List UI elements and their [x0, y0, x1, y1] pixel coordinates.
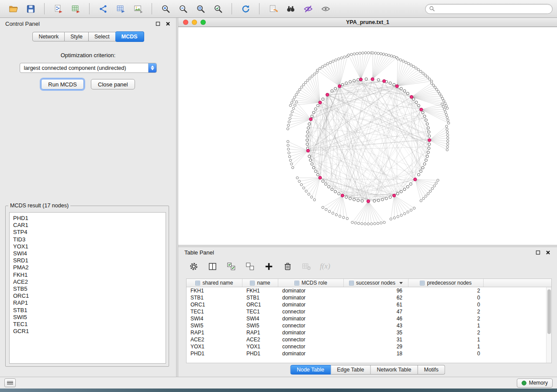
- tab-select[interactable]: Select: [89, 32, 116, 41]
- column-header-name[interactable]: name: [242, 279, 278, 287]
- clear-table-icon: [301, 261, 311, 272]
- mcds-result-item[interactable]: TEC1: [13, 321, 162, 328]
- control-panel-tabbar: NetworkStyleSelectMCDS: [32, 32, 143, 41]
- mcds-result-item[interactable]: SWI5: [13, 314, 162, 321]
- new-network-button[interactable]: [94, 1, 112, 16]
- minimize-window-button[interactable]: [192, 20, 197, 25]
- mcds-result-item[interactable]: STB5: [13, 285, 162, 292]
- table-row[interactable]: YOX1YOX1connector291: [187, 343, 551, 350]
- open-file-button[interactable]: [4, 1, 22, 16]
- mcds-result-item[interactable]: ORC1: [13, 292, 162, 299]
- new-table-icon: [116, 4, 126, 14]
- network-graph[interactable]: [178, 27, 557, 245]
- mcds-result-item[interactable]: CAR1: [13, 222, 162, 229]
- select-all-button[interactable]: [225, 261, 237, 272]
- table-cell: FKH1: [242, 288, 278, 294]
- mcds-result-item[interactable]: FKH1: [13, 272, 162, 279]
- zoom-out-button[interactable]: [174, 1, 192, 16]
- import-table-button[interactable]: [67, 1, 84, 16]
- table-row[interactable]: PHD1PHD1dominator180: [187, 350, 551, 357]
- mcds-result-item[interactable]: GCR1: [13, 328, 162, 335]
- export-image-button[interactable]: [129, 1, 147, 16]
- mcds-result-list[interactable]: PHD1CAR1STP4TID3YOX1SWI4SRD1PMA2FKH1ACE2…: [9, 212, 166, 364]
- mcds-result-item[interactable]: SRD1: [13, 257, 162, 264]
- zoom-out-icon: [178, 4, 188, 14]
- column-header-predecessor-nodes[interactable]: predecessor nodes: [408, 279, 484, 287]
- close-table-panel-icon[interactable]: [545, 250, 551, 255]
- table-row[interactable]: RAP1RAP1dominator352: [187, 329, 551, 336]
- close-panel-button[interactable]: Close panel: [91, 79, 135, 89]
- table-scrollbar-thumb[interactable]: [547, 289, 551, 334]
- memory-button[interactable]: Memory: [517, 378, 553, 388]
- show-all-icon: [321, 4, 331, 14]
- refresh-layout-button[interactable]: [237, 1, 254, 16]
- hide-selected-button[interactable]: [299, 1, 317, 16]
- tab-mcds[interactable]: MCDS: [115, 31, 144, 42]
- sort-dropdown-icon[interactable]: [399, 282, 403, 284]
- table-row[interactable]: SWI5SWI5connector431: [187, 322, 551, 329]
- search-input[interactable]: [437, 6, 549, 12]
- mcds-result-item[interactable]: YOX1: [13, 243, 162, 250]
- mcds-result-item[interactable]: STB1: [13, 307, 162, 314]
- control-panel-header: Control Panel: [0, 18, 176, 29]
- new-table-button[interactable]: [112, 1, 129, 16]
- criterion-dropdown[interactable]: largest connected component (undirected): [20, 63, 157, 73]
- zoom-selected-button[interactable]: [209, 1, 227, 16]
- tab-network-table[interactable]: Network Table: [371, 365, 418, 375]
- network-canvas[interactable]: [178, 27, 557, 245]
- float-table-panel-icon[interactable]: [535, 250, 541, 255]
- dropdown-stepper-icon[interactable]: [148, 63, 156, 72]
- tab-network[interactable]: Network: [32, 32, 65, 41]
- show-all-button[interactable]: [317, 1, 334, 16]
- network-window-titlebar[interactable]: YPA_prune.txt_1: [178, 18, 557, 27]
- toolbar-buttons: [4, 1, 334, 16]
- tab-motifs[interactable]: Motifs: [418, 365, 445, 375]
- deselect-all-button[interactable]: [244, 261, 256, 272]
- gear-button[interactable]: [188, 261, 199, 272]
- mcds-result-item[interactable]: SWI4: [13, 250, 162, 257]
- mcds-result-item[interactable]: RAP1: [13, 299, 162, 306]
- table-row[interactable]: FKH1FKH1dominator962: [187, 287, 551, 294]
- table-cell: dominator: [278, 351, 344, 357]
- delete-column-button[interactable]: [282, 261, 293, 272]
- mcds-result-item[interactable]: PMA2: [13, 264, 162, 271]
- column-header-MCDS-role[interactable]: MCDS role: [278, 279, 344, 287]
- tab-node-table[interactable]: Node Table: [290, 365, 331, 375]
- find-button[interactable]: [282, 1, 299, 16]
- zoom-in-button[interactable]: [157, 1, 174, 16]
- save-session-button[interactable]: [22, 1, 39, 16]
- table-row[interactable]: SWI4SWI4dominator462: [187, 315, 551, 322]
- add-column-button[interactable]: [263, 261, 274, 272]
- maximize-window-button[interactable]: [201, 20, 206, 25]
- search-field[interactable]: [425, 4, 553, 14]
- table-cell: SWI5: [242, 323, 278, 329]
- float-panel-icon[interactable]: [155, 21, 161, 27]
- tab-edge-table[interactable]: Edge Table: [331, 365, 370, 375]
- panel-columns-button[interactable]: [207, 261, 218, 272]
- mcds-result-item[interactable]: STP4: [13, 229, 162, 236]
- table-row[interactable]: ORC1ORC1dominator610: [187, 301, 551, 308]
- zoom-fit-button[interactable]: [192, 1, 209, 16]
- table-row[interactable]: STB1STB1dominator620: [187, 294, 551, 301]
- control-panel: Control Panel NetworkStyleSelectMCDS Opt…: [0, 18, 176, 377]
- column-header-successor-nodes[interactable]: successor nodes: [344, 279, 408, 287]
- main-toolbar: [0, 0, 557, 18]
- column-header-shared-name[interactable]: shared name: [187, 279, 242, 287]
- snapshot-button[interactable]: [264, 1, 282, 16]
- table-cell: 46: [344, 316, 408, 322]
- run-mcds-button[interactable]: Run MCDS: [41, 79, 84, 89]
- task-history-button[interactable]: [4, 378, 16, 387]
- mcds-result-item[interactable]: TID3: [13, 236, 162, 243]
- import-network-button[interactable]: [49, 1, 67, 16]
- table-scrollbar[interactable]: [546, 287, 551, 363]
- close-panel-icon[interactable]: [165, 21, 171, 27]
- mcds-result-item[interactable]: ACE2: [13, 279, 162, 285]
- deselect-all-icon: [245, 261, 255, 272]
- hide-selected-icon: [303, 4, 313, 14]
- close-window-button[interactable]: [183, 20, 188, 25]
- table-row[interactable]: TEC1TEC1connector472: [187, 308, 551, 315]
- table-row[interactable]: ACE2ACE2connector311: [187, 336, 551, 343]
- tab-style[interactable]: Style: [65, 32, 89, 41]
- mcds-result-item[interactable]: PHD1: [13, 215, 162, 222]
- table-panel-header: Table Panel: [178, 247, 557, 258]
